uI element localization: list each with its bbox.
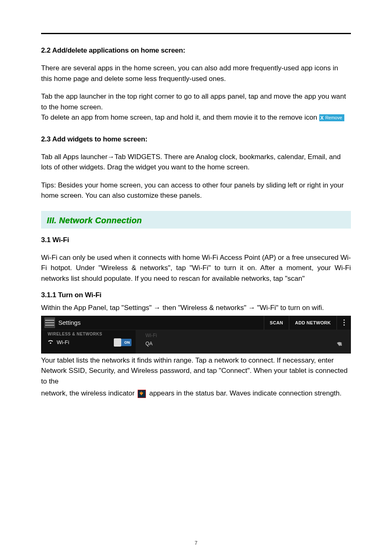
wifi-network-row[interactable]: QA xyxy=(145,341,343,347)
settings-screenshot: Settings SCAN ADD NETWORK WIRELESS & NET… xyxy=(41,316,351,354)
paragraph: Tab the app launcher in the top right co… xyxy=(41,91,351,112)
page-number: 7 xyxy=(0,540,392,546)
paragraph: network, the wireless indicator appears … xyxy=(41,388,351,399)
overflow-menu-icon[interactable] xyxy=(337,316,351,330)
svg-rect-0 xyxy=(340,344,342,345)
paragraph: There are several apps in the home scree… xyxy=(41,63,351,84)
paragraph-text: To delete an app from home screen, tap a… xyxy=(41,113,319,121)
horizontal-rule xyxy=(41,33,351,34)
close-x-icon: X xyxy=(321,116,324,120)
add-network-button[interactable]: ADD NETWORK xyxy=(289,316,337,330)
wireless-networks-header: WIRELESS & NETWORKS xyxy=(48,332,136,336)
wifi-toggle[interactable]: ON xyxy=(114,339,131,346)
wifi-panel-header: Wi-Fi xyxy=(145,333,343,338)
scan-button[interactable]: SCAN xyxy=(264,316,289,330)
wifi-status-icon xyxy=(138,390,146,398)
paragraph: Tips: Besides your home screen, you can … xyxy=(41,180,351,201)
paragraph: Within the App Panel, tap "Settings" → t… xyxy=(41,303,351,313)
wifi-icon xyxy=(48,339,53,345)
heading-2-2: 2.2 Add/delete applications on home scre… xyxy=(41,46,351,55)
heading-3-1-1: 3.1.1 Turn on Wi-Fi xyxy=(41,291,351,299)
paragraph-text: network, the wireless indicator xyxy=(41,389,136,397)
settings-title: Settings xyxy=(58,319,81,326)
settings-topbar: Settings SCAN ADD NETWORK xyxy=(41,316,351,330)
paragraph-text: appears in the status bar. Waves indicat… xyxy=(149,389,341,397)
remove-chip: X Remove xyxy=(319,114,344,121)
section-band: III. Network Connection xyxy=(41,211,351,229)
settings-right-panel: Wi-Fi QA xyxy=(136,330,351,354)
paragraph: Your tablet lists the networks it finds … xyxy=(41,355,351,387)
settings-left-panel: WIRELESS & NETWORKS Wi-Fi ON xyxy=(41,330,136,354)
heading-2-3: 2.3 Add widgets to home screen: xyxy=(41,135,351,143)
remove-chip-label: Remove xyxy=(325,116,342,120)
paragraph: Wi-Fi can only be used when it connects … xyxy=(41,252,351,284)
section-band-title: III. Network Connection xyxy=(47,216,345,225)
sidebar-item-wifi[interactable]: Wi-Fi ON xyxy=(48,339,136,346)
wifi-label: Wi-Fi xyxy=(57,339,69,345)
paragraph: Tab all Apps launcher→Tab WIDGETS. There… xyxy=(41,152,351,173)
wifi-signal-lock-icon xyxy=(336,341,343,346)
wifi-network-name: QA xyxy=(145,341,152,347)
heading-3-1: 3.1 Wi-Fi xyxy=(41,236,351,244)
settings-sliders-icon xyxy=(44,317,55,328)
paragraph: To delete an app from home screen, tap a… xyxy=(41,112,351,123)
